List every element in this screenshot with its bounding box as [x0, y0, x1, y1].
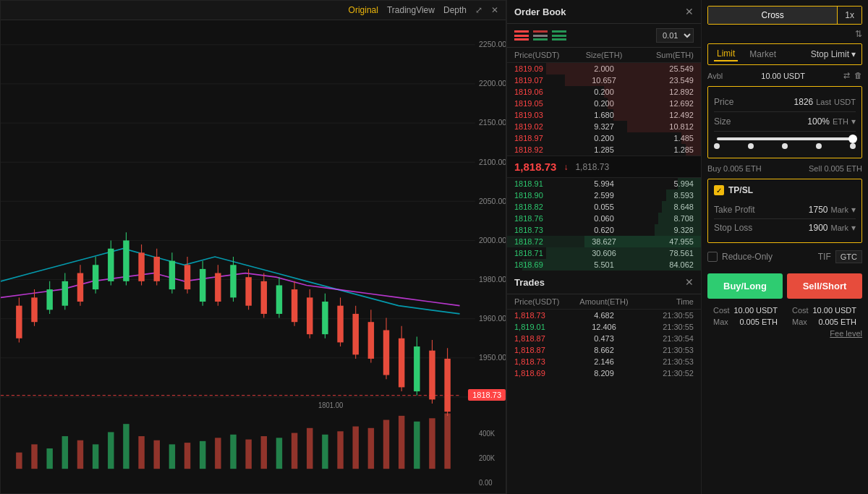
- market-order-btn[interactable]: Market: [746, 48, 779, 61]
- ob-sell-row[interactable]: 1819.031.68012.492: [507, 109, 701, 121]
- fee-row[interactable]: Fee level: [702, 328, 868, 339]
- svg-rect-103: [383, 420, 389, 469]
- slider-thumb[interactable]: [848, 135, 857, 143]
- avbl-value: 10.00 USDT: [761, 72, 805, 80]
- slider-dot-0[interactable]: [714, 143, 720, 149]
- orderbook-close[interactable]: ✕: [685, 6, 694, 17]
- orderbook-header: Order Book ✕: [507, 0, 701, 24]
- settings-icon[interactable]: ⇅: [855, 29, 862, 39]
- cost-buy-row: Cost 10.00 USDT: [707, 305, 783, 316]
- max-buy-label: Max: [713, 318, 728, 326]
- slider-dot-100[interactable]: [850, 143, 856, 149]
- ob-size-select[interactable]: 0.01 0.1 1: [656, 28, 694, 43]
- buy-long-button[interactable]: Buy/Long: [707, 273, 783, 299]
- trade-row[interactable]: 1,818.69 8.209 21:30:52: [507, 367, 701, 379]
- sell-eth-label: Sell 0.005 ETH: [809, 164, 862, 173]
- orderbook-controls: 0.01 0.1 1: [507, 24, 701, 48]
- chart-toolbar: Original TradingView Depth ⤢ ✕: [1, 1, 506, 20]
- ob-sell-row[interactable]: 1819.029.32710.812: [507, 121, 701, 132]
- ob-sell-row[interactable]: 1819.0710.65723.549: [507, 74, 701, 86]
- trade-row[interactable]: 1,818.87 8.662 21:30:53: [507, 344, 701, 356]
- avbl-row: Avbl 10.00 USDT ⇄ 🗑: [702, 68, 868, 83]
- slider-dot-25[interactable]: [748, 143, 754, 149]
- take-profit-dropdown[interactable]: ▾: [851, 205, 856, 215]
- ob-view-both[interactable]: [533, 30, 548, 41]
- svg-text:1960.00: 1960.00: [479, 314, 506, 323]
- svg-text:2250.00: 2250.00: [479, 40, 506, 48]
- slider-dot-75[interactable]: [816, 143, 822, 149]
- ob-buy-row[interactable]: 1818.7130.60678.561: [507, 247, 701, 259]
- ob-buy-row[interactable]: 1818.695.50184.062: [507, 259, 701, 271]
- ob-sell-row[interactable]: 1819.060.20012.892: [507, 86, 701, 98]
- svg-rect-105: [414, 422, 420, 469]
- tif-section: TIF GTC: [818, 250, 862, 263]
- reduce-left: Reduce-Only: [707, 252, 773, 262]
- chart-close-icon[interactable]: ✕: [491, 5, 498, 15]
- price-row: Price 1826 Last USDT: [714, 93, 856, 112]
- ob-buy-row[interactable]: 1818.902.5998.593: [507, 189, 701, 201]
- tif-value[interactable]: GTC: [835, 250, 862, 263]
- take-profit-value[interactable]: 1750: [809, 205, 828, 215]
- svg-rect-96: [276, 438, 282, 469]
- slider-track[interactable]: [717, 137, 853, 140]
- chart-depth-tab[interactable]: Depth: [443, 5, 467, 15]
- ob-buy-row[interactable]: 1818.915.9945.994: [507, 178, 701, 189]
- trade-row[interactable]: 1,818.87 0.473 21:30:54: [507, 333, 701, 344]
- trades-header: Trades ✕: [507, 271, 701, 294]
- ob-sell-row[interactable]: 1819.092.00025.549: [507, 63, 701, 74]
- limit-order-btn[interactable]: Limit: [714, 47, 738, 61]
- svg-rect-88: [154, 440, 160, 469]
- stop-limit-dropdown[interactable]: Stop Limit ▾: [811, 49, 856, 59]
- avbl-label: Avbl: [707, 72, 723, 80]
- stop-loss-dropdown[interactable]: ▾: [851, 223, 856, 233]
- price-tag1: Last: [816, 98, 831, 106]
- stop-loss-value-group: 1900 Mark ▾: [809, 223, 856, 233]
- wallet-icon[interactable]: 🗑: [854, 71, 862, 80]
- ob-view-buys[interactable]: [552, 30, 566, 41]
- ob-buy-row[interactable]: 1818.730.6209.328: [507, 224, 701, 236]
- svg-rect-83: [77, 440, 83, 469]
- price-value[interactable]: 1826: [794, 97, 814, 107]
- trade-row[interactable]: 1,819.01 12.406 21:30:55: [507, 321, 701, 333]
- svg-rect-82: [62, 436, 68, 469]
- chart-expand-icon[interactable]: ⤢: [475, 5, 482, 15]
- cost-sell-col: Cost 10.00 USDT Max 0.005 ETH: [786, 305, 862, 328]
- svg-rect-93: [230, 435, 236, 469]
- leverage-btn[interactable]: 1x: [837, 7, 861, 24]
- sell-short-button[interactable]: Sell/Short: [787, 273, 862, 299]
- ob-sell-row[interactable]: 1818.970.2001.485: [507, 132, 701, 144]
- buy-eth-label: Buy 0.005 ETH: [707, 164, 762, 173]
- ob-view-sells[interactable]: [514, 30, 529, 41]
- trade-row[interactable]: 1,818.73 2.146 21:30:53: [507, 356, 701, 367]
- trade-col-time: Time: [634, 297, 694, 306]
- take-profit-label: Take Profit: [714, 205, 755, 215]
- svg-text:2200.00: 2200.00: [479, 79, 506, 88]
- ob-sell-row[interactable]: 1818.921.2851.285: [507, 144, 701, 156]
- ob-buy-row[interactable]: 1818.820.0558.648: [507, 201, 701, 213]
- size-value[interactable]: 100%: [807, 116, 830, 127]
- buy-sell-info-row: Buy 0.005 ETH Sell 0.005 ETH: [702, 161, 868, 176]
- stop-loss-value[interactable]: 1900: [809, 223, 828, 233]
- svg-text:2050.00: 2050.00: [479, 196, 506, 205]
- chart-original-tab[interactable]: Original: [349, 5, 378, 15]
- tpsl-checkbox[interactable]: ✓: [714, 185, 724, 195]
- trades-close[interactable]: ✕: [685, 276, 694, 288]
- ob-buy-row[interactable]: 1818.760.0608.708: [507, 213, 701, 224]
- svg-rect-100: [337, 431, 343, 469]
- svg-rect-98: [307, 428, 312, 469]
- reduce-only-checkbox[interactable]: [707, 252, 718, 262]
- transfer-icon[interactable]: ⇄: [843, 71, 850, 80]
- cost-buy-value: 10.00 USDT: [733, 306, 778, 315]
- chart-panel: Original TradingView Depth ⤢ ✕ 2250.00 2…: [0, 0, 506, 494]
- ob-col-sum: Sum(ETH): [634, 51, 694, 59]
- ob-sell-row[interactable]: 1819.050.20012.692: [507, 98, 701, 109]
- right-panel: Cross 1x ⇅ Limit Market Stop Limit ▾ Avb…: [702, 0, 868, 494]
- ob-buy-row[interactable]: 1818.7238.62747.955: [507, 236, 701, 247]
- cross-margin-btn[interactable]: Cross: [708, 7, 837, 24]
- current-price-label: 1818.73: [468, 389, 506, 401]
- trade-row[interactable]: 1,818.73 4.682 21:30:55: [507, 310, 701, 321]
- ob-mid-price: 1,818.73 ↓ 1,818.73: [507, 156, 701, 178]
- size-dropdown-icon[interactable]: ▾: [851, 116, 856, 127]
- chart-tradingview-tab[interactable]: TradingView: [387, 5, 435, 15]
- slider-dot-50[interactable]: [782, 143, 788, 149]
